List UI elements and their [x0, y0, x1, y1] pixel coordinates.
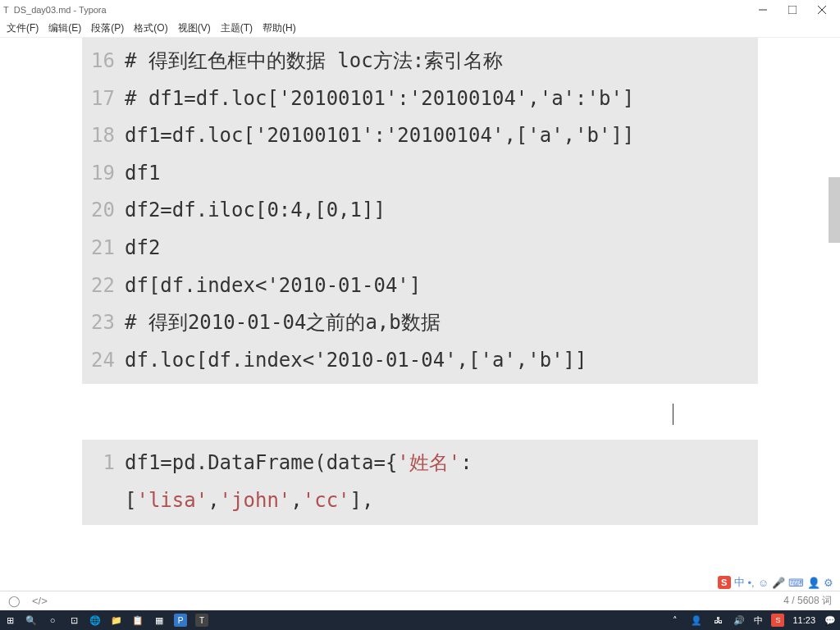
menu-edit[interactable]: 编辑(E) — [48, 21, 81, 35]
scrollbar-thumb[interactable] — [829, 177, 840, 243]
tray-sogou-icon[interactable]: S — [771, 614, 784, 627]
line-number: 21 — [82, 230, 125, 267]
text-cursor — [673, 404, 673, 425]
menu-help[interactable]: 帮助(H) — [262, 21, 296, 35]
menu-para[interactable]: 段落(P) — [91, 21, 124, 35]
menu-bar: 文件(F) 编辑(E) 段落(P) 格式(O) 视图(V) 主题(T) 帮助(H… — [0, 20, 840, 38]
status-bar: ◯ </> 4 / 5608 词 — [0, 591, 840, 610]
minimize-button[interactable] — [748, 0, 778, 20]
maximize-button[interactable] — [778, 0, 807, 20]
code-text[interactable]: df1 — [125, 155, 758, 193]
menu-view[interactable]: 视图(V) — [178, 21, 211, 35]
tray-up-icon[interactable]: ˄ — [669, 614, 682, 627]
line-number: 18 — [82, 117, 125, 155]
app-icon-1[interactable]: 📋 — [131, 614, 144, 627]
ime-settings-icon[interactable]: ⚙ — [824, 577, 833, 589]
line-number: 23 — [82, 304, 125, 342]
tray-network-icon[interactable]: 🖧 — [711, 614, 724, 627]
cortana-icon[interactable]: ○ — [46, 614, 59, 627]
code-text[interactable]: # 得到2010-01-04之前的a,b数据 — [125, 304, 758, 342]
app-icon-2[interactable]: ▦ — [153, 614, 166, 627]
code-text[interactable]: df.loc[df.index<'2010-01-04',['a','b']] — [125, 342, 758, 380]
folder-icon[interactable]: 📁 — [110, 614, 123, 627]
menu-theme[interactable]: 主题(T) — [221, 21, 253, 35]
taskbar: ⊞ 🔍 ○ ⊡ 🌐 📁 📋 ▦ P T ˄ 👤 🖧 🔊 中 S 11:23 💬 — [0, 610, 840, 630]
ime-mic-icon[interactable]: 🎤 — [772, 577, 785, 589]
taskview-icon[interactable]: ⊡ — [67, 614, 80, 627]
svg-rect-1 — [788, 6, 797, 14]
tray-notifications-icon[interactable]: 💬 — [824, 614, 837, 627]
menu-file[interactable]: 文件(F) — [7, 21, 39, 35]
window-title: DS_day03.md - Typora — [14, 5, 107, 15]
title-bar: T DS_day03.md - Typora — [0, 0, 840, 20]
line-number: 19 — [82, 155, 125, 193]
ime-toolbar[interactable]: S 中 •, ☺ 🎤 ⌨ 👤 ⚙ — [718, 574, 833, 591]
tray-ime-lang[interactable]: 中 — [754, 614, 763, 627]
tray-people-icon[interactable]: 👤 — [690, 614, 703, 627]
ime-logo-icon[interactable]: S — [718, 576, 731, 589]
tray-volume-icon[interactable]: 🔊 — [733, 614, 746, 627]
word-count[interactable]: 4 / 5608 词 — [783, 594, 832, 608]
code-text[interactable]: df1=df.loc['20100101':'20100104',['a','b… — [125, 117, 758, 155]
code-text[interactable]: df2=df.iloc[0:4,[0,1]] — [125, 192, 758, 230]
line-number: 17 — [82, 80, 125, 118]
line-number: 20 — [82, 192, 125, 230]
typora-taskbar-icon[interactable]: T — [195, 614, 208, 627]
source-mode-icon[interactable]: </> — [32, 595, 48, 607]
code-text[interactable]: df1=pd.DataFrame(data={'姓名':['lisa','joh… — [125, 445, 758, 519]
code-text[interactable]: df2 — [125, 230, 758, 267]
line-number: 24 — [82, 342, 125, 380]
line-number: 16 — [82, 43, 125, 80]
app-icon: T — [3, 5, 9, 15]
editor-area[interactable]: 16# 得到红色框中的数据 loc方法:索引名称17# df1=df.loc['… — [0, 38, 840, 591]
line-number: 1 — [82, 445, 125, 482]
ime-emoji-icon[interactable]: ☺ — [758, 577, 769, 589]
code-block-1[interactable]: 16# 得到红色框中的数据 loc方法:索引名称17# df1=df.loc['… — [82, 38, 758, 384]
code-text[interactable]: # 得到红色框中的数据 loc方法:索引名称 — [125, 43, 758, 80]
menu-format[interactable]: 格式(O) — [134, 21, 167, 35]
code-text[interactable]: # df1=df.loc['20100101':'20100104','a':'… — [125, 80, 758, 118]
close-button[interactable] — [807, 0, 837, 20]
start-button[interactable]: ⊞ — [3, 614, 16, 627]
ime-lang-icon[interactable]: 中 — [734, 575, 745, 590]
app-icon-3[interactable]: P — [174, 614, 187, 627]
code-block-2[interactable]: 1 df1=pd.DataFrame(data={'姓名':['lisa','j… — [82, 440, 758, 524]
search-icon[interactable]: 🔍 — [25, 614, 38, 627]
code-text[interactable]: df[df.index<'2010-01-04'] — [125, 267, 758, 305]
ime-keyboard-icon[interactable]: ⌨ — [788, 577, 804, 589]
ime-punct-icon[interactable]: •, — [748, 577, 755, 589]
tray-clock[interactable]: 11:23 — [792, 615, 815, 625]
chrome-icon[interactable]: 🌐 — [89, 614, 102, 627]
line-number: 22 — [82, 267, 125, 305]
sidebar-toggle-icon[interactable]: ◯ — [8, 595, 21, 607]
ime-user-icon[interactable]: 👤 — [807, 577, 820, 589]
